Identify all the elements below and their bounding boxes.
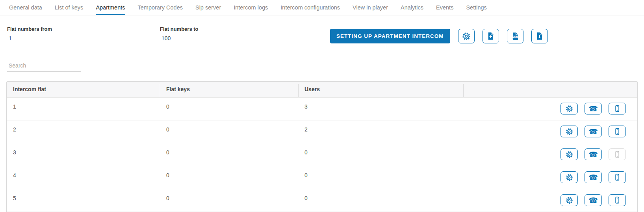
table-header-row: Intercom flat Flat keys Users [7,82,637,97]
call-phone-button[interactable]: ☎ [585,171,602,183]
gear-icon [566,105,573,113]
call-phone-button[interactable]: ☎ [585,126,602,137]
phone-icon: ☎ [588,128,598,135]
phone-icon: ☎ [588,151,598,158]
tab-label: General data [9,4,42,11]
mobile-app-button[interactable] [609,194,626,206]
table-row: 3 0 0 ☎ [7,143,637,166]
flat-settings-button[interactable] [560,126,578,137]
mobile-app-button[interactable] [609,171,626,183]
tab-temporary-codes[interactable]: Temporary Codes [138,0,183,15]
tab-label: Temporary Codes [138,4,183,11]
cell-users: 0 [298,143,463,166]
tab-label: Intercom logs [234,4,268,11]
cell-users: 2 [298,120,463,143]
mobile-app-button[interactable] [609,126,626,137]
flat-settings-button[interactable] [560,171,578,183]
table-row: 1 0 3 ☎ [7,97,637,120]
cell-intercom-flat: 2 [7,120,160,143]
mobile-app-button[interactable] [609,103,626,114]
mobile-phone-icon [613,196,621,204]
import-file-button[interactable] [483,29,499,43]
tab-intercom-configurations[interactable]: Intercom configurations [280,0,340,15]
download-file-button[interactable] [531,29,548,43]
mobile-phone-icon [613,105,621,113]
cell-intercom-flat: 4 [7,166,160,189]
cell-actions: ☎ [463,143,637,166]
phone-icon: ☎ [588,197,598,204]
gear-icon [566,197,573,204]
tab-events[interactable]: Events [436,0,453,15]
cell-users: 0 [298,166,463,189]
tab-apartments[interactable]: Apartments [96,0,125,15]
gear-icon [566,151,573,158]
flat-numbers-from-field: Flat numbers from [7,26,150,44]
column-header-actions [463,82,637,97]
cell-intercom-flat: 5 [7,189,160,212]
cell-flat-keys: 0 [160,143,298,166]
call-phone-button[interactable]: ☎ [585,103,602,114]
table-row: 4 0 0 ☎ [7,166,637,189]
tab-label: Events [436,4,453,11]
cell-actions: ☎ [463,189,637,212]
flat-numbers-to-field: Flat numbers to [160,26,303,44]
column-header-intercom-flat: Intercom flat [7,82,160,97]
file-download-icon [535,32,544,40]
flat-settings-button[interactable] [560,194,578,206]
search-input[interactable] [7,61,81,71]
tab-intercom-logs[interactable]: Intercom logs [234,0,268,15]
cell-actions: ☎ [463,97,637,120]
flat-numbers-to-input[interactable] [160,34,303,44]
tab-label: View in player [353,4,388,11]
column-header-flat-keys: Flat keys [160,82,298,97]
cell-flat-keys: 0 [160,166,298,189]
tab-sip-server[interactable]: Sip server [195,0,221,15]
cell-intercom-flat: 1 [7,97,160,120]
file-upload-icon [486,32,495,40]
mobile-phone-icon [613,173,621,181]
export-xlsx-button[interactable]: XLSX [507,29,523,43]
flat-numbers-from-input[interactable] [7,34,150,44]
setup-apartment-intercom-button[interactable]: SETTING UP APARTMENT INTERCOM [330,29,450,43]
tab-label: List of keys [55,4,84,11]
cell-actions: ☎ [463,166,637,189]
phone-icon: ☎ [588,105,598,113]
mobile-app-button [609,148,626,160]
table-row: 5 0 0 ☎ [7,189,637,212]
filters-toolbar: Flat numbers from Flat numbers to SETTIN… [0,15,644,44]
intercom-settings-button[interactable] [458,29,475,43]
tab-list-of-keys[interactable]: List of keys [55,0,84,15]
flat-numbers-to-label: Flat numbers to [160,26,303,32]
tab-analytics[interactable]: Analytics [401,0,423,15]
cell-flat-keys: 0 [160,97,298,120]
tab-label: Settings [466,4,486,11]
tabs-bar: General data List of keys Apartments Tem… [0,0,644,15]
cell-actions: ☎ [463,120,637,143]
svg-text:XLSX: XLSX [513,36,518,38]
gear-icon [566,128,573,135]
flat-numbers-from-label: Flat numbers from [7,26,150,32]
cell-flat-keys: 0 [160,120,298,143]
tab-label: Intercom configurations [280,4,340,11]
gear-icon [462,32,471,41]
call-phone-button[interactable]: ☎ [585,194,602,206]
cell-intercom-flat: 3 [7,143,160,166]
tab-view-in-player[interactable]: View in player [353,0,388,15]
tab-settings[interactable]: Settings [466,0,486,15]
call-phone-button[interactable]: ☎ [585,148,602,160]
table-body: 1 0 3 ☎ [7,97,637,212]
flat-settings-button[interactable] [560,148,578,160]
cell-flat-keys: 0 [160,189,298,212]
mobile-phone-icon [613,128,621,135]
tab-general-data[interactable]: General data [9,0,42,15]
tab-label: Sip server [195,4,221,11]
column-header-users: Users [298,82,463,97]
apartments-table: Intercom flat Flat keys Users 1 0 3 [6,81,638,212]
phone-icon: ☎ [588,174,598,181]
xlsx-file-icon: XLSX [511,32,520,41]
cell-users: 3 [298,97,463,120]
cell-users: 0 [298,189,463,212]
flat-settings-button[interactable] [560,103,578,114]
tab-label: Analytics [401,4,423,11]
table-row: 2 0 2 ☎ [7,120,637,143]
